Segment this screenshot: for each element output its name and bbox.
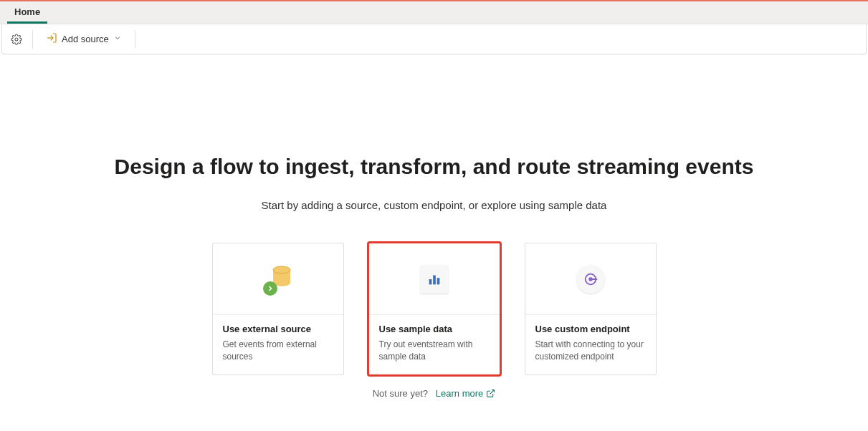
- tab-home-label: Home: [14, 6, 40, 17]
- card-icon-area: [369, 243, 500, 315]
- card-body: Use custom endpoint Start with connectin…: [525, 315, 656, 374]
- card-sample-data[interactable]: Use sample data Try out eventstream with…: [368, 243, 500, 375]
- toolbar-divider-2: [135, 30, 135, 49]
- bar-chart-icon: [420, 265, 449, 294]
- svg-rect-5: [433, 275, 436, 284]
- learn-more-link[interactable]: Learn more: [436, 388, 495, 399]
- footer-help: Not sure yet? Learn more: [29, 388, 839, 399]
- hero: Design a flow to ingest, transform, and …: [0, 155, 868, 399]
- svg-rect-4: [429, 279, 431, 284]
- svg-point-0: [15, 38, 18, 41]
- svg-rect-6: [437, 278, 439, 284]
- external-link-icon: [486, 389, 495, 398]
- card-title: Use custom endpoint: [535, 324, 646, 334]
- learn-more-label: Learn more: [436, 388, 483, 399]
- database-arrow-icon: [262, 261, 295, 297]
- card-title: Use external source: [223, 324, 333, 334]
- card-body: Use external source Get events from exte…: [213, 315, 343, 374]
- toolbar-divider: [32, 30, 33, 49]
- card-custom-endpoint[interactable]: Use custom endpoint Start with connectin…: [525, 243, 657, 375]
- card-external-source[interactable]: Use external source Get events from exte…: [212, 243, 344, 375]
- card-icon-area: [525, 243, 656, 315]
- settings-button[interactable]: [8, 31, 25, 48]
- chevron-down-icon: [113, 34, 122, 44]
- add-source-icon: [46, 32, 57, 46]
- page-title: Design a flow to ingest, transform, and …: [29, 155, 839, 179]
- svg-line-10: [490, 389, 495, 394]
- card-icon-area: [213, 243, 343, 315]
- tab-home[interactable]: Home: [7, 2, 47, 24]
- endpoint-icon: [576, 265, 605, 294]
- ribbon-tabs: Home: [0, 1, 868, 24]
- toolbar: Add source: [1, 24, 867, 54]
- card-desc: Try out eventstream with sample data: [379, 339, 490, 363]
- add-source-label: Add source: [62, 34, 109, 44]
- page-subtitle: Start by adding a source, custom endpoin…: [29, 199, 839, 211]
- gear-icon: [11, 34, 22, 45]
- card-title: Use sample data: [379, 324, 490, 334]
- card-row: Use external source Get events from exte…: [29, 243, 839, 375]
- card-desc: Get events from external sources: [223, 339, 333, 363]
- card-body: Use sample data Try out eventstream with…: [369, 315, 500, 374]
- add-source-button[interactable]: Add source: [40, 29, 128, 49]
- not-sure-text: Not sure yet?: [373, 388, 428, 399]
- card-desc: Start with connecting to your customized…: [535, 339, 646, 363]
